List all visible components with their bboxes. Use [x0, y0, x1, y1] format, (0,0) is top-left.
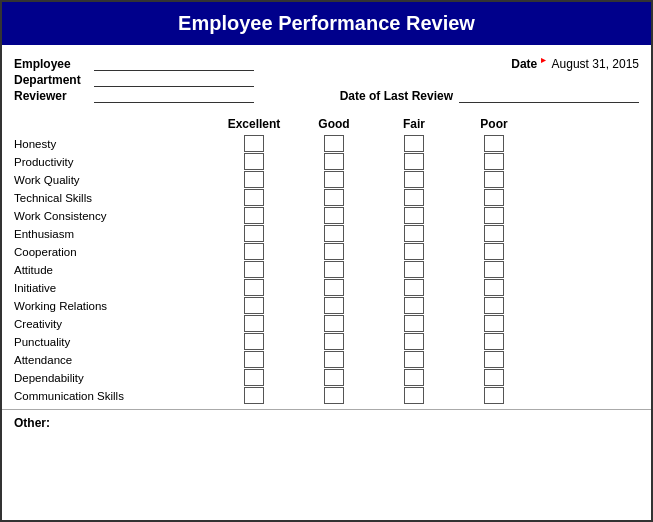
- rating-checkbox[interactable]: [244, 225, 264, 242]
- date-anchor: ▸: [541, 55, 546, 65]
- reviewer-input[interactable]: [94, 89, 254, 103]
- reviewer-label: Reviewer: [14, 89, 94, 103]
- criteria-item: Attendance: [14, 351, 214, 369]
- rating-checkbox[interactable]: [484, 333, 504, 350]
- rating-checkbox[interactable]: [484, 297, 504, 314]
- rating-checkbox[interactable]: [244, 351, 264, 368]
- rating-checkbox[interactable]: [404, 369, 424, 386]
- rating-checkbox[interactable]: [484, 207, 504, 224]
- department-label: Department: [14, 73, 94, 87]
- criteria-item: Dependability: [14, 369, 214, 387]
- rating-checkbox[interactable]: [484, 315, 504, 332]
- rating-checkbox[interactable]: [404, 315, 424, 332]
- employee-input[interactable]: [94, 57, 254, 71]
- rating-checkbox[interactable]: [244, 297, 264, 314]
- ratings-header: Excellent Good Fair Poor: [14, 117, 639, 131]
- rating-checkbox[interactable]: [324, 207, 344, 224]
- rating-checkbox[interactable]: [484, 387, 504, 404]
- col-poor: Poor: [454, 117, 534, 131]
- rating-checkbox[interactable]: [244, 153, 264, 170]
- rating-checkbox[interactable]: [324, 135, 344, 152]
- page-title: Employee Performance Review: [178, 12, 475, 34]
- rating-checkbox[interactable]: [404, 225, 424, 242]
- last-review-input[interactable]: [459, 89, 639, 103]
- rating-checkbox[interactable]: [404, 189, 424, 206]
- criteria-item: Working Relations: [14, 297, 214, 315]
- rating-checkbox[interactable]: [244, 189, 264, 206]
- form-section: Employee Date ▸ August 31, 2015 Departme…: [2, 45, 651, 109]
- rating-checkbox[interactable]: [324, 189, 344, 206]
- rating-checkbox[interactable]: [324, 153, 344, 170]
- rating-checkbox[interactable]: [484, 351, 504, 368]
- rating-checkbox[interactable]: [484, 279, 504, 296]
- criteria-item: Work Consistency: [14, 207, 214, 225]
- rating-checkbox[interactable]: [324, 351, 344, 368]
- rating-checkbox[interactable]: [404, 243, 424, 260]
- rating-checkbox[interactable]: [404, 135, 424, 152]
- rating-checkbox[interactable]: [404, 333, 424, 350]
- rating-checkbox[interactable]: [484, 189, 504, 206]
- rating-checkbox[interactable]: [404, 297, 424, 314]
- rating-checkbox[interactable]: [484, 369, 504, 386]
- excellent-column: [214, 135, 294, 405]
- criteria-item: Enthusiasm: [14, 225, 214, 243]
- col-excellent: Excellent: [214, 117, 294, 131]
- rating-checkbox[interactable]: [404, 261, 424, 278]
- rating-checkbox[interactable]: [324, 171, 344, 188]
- criteria-item: Technical Skills: [14, 189, 214, 207]
- rating-checkbox[interactable]: [484, 153, 504, 170]
- criteria-item: Productivity: [14, 153, 214, 171]
- rating-checkbox[interactable]: [324, 225, 344, 242]
- rating-checkbox[interactable]: [244, 387, 264, 404]
- criteria-column: HonestyProductivityWork QualityTechnical…: [14, 135, 214, 405]
- page-header: Employee Performance Review: [2, 2, 651, 45]
- date-section: Date ▸ August 31, 2015: [511, 55, 639, 71]
- rating-checkbox[interactable]: [244, 261, 264, 278]
- rating-checkbox[interactable]: [324, 387, 344, 404]
- rating-checkbox[interactable]: [484, 225, 504, 242]
- rating-checkbox[interactable]: [404, 153, 424, 170]
- rating-checkbox[interactable]: [244, 333, 264, 350]
- rating-checkbox[interactable]: [244, 315, 264, 332]
- rating-checkbox[interactable]: [324, 243, 344, 260]
- other-label: Other:: [14, 416, 50, 430]
- rating-checkbox[interactable]: [244, 135, 264, 152]
- good-column: [294, 135, 374, 405]
- rating-checkbox[interactable]: [244, 243, 264, 260]
- rating-checkbox[interactable]: [404, 279, 424, 296]
- col-fair: Fair: [374, 117, 454, 131]
- fair-column: [374, 135, 454, 405]
- ratings-section: Excellent Good Fair Poor HonestyProducti…: [2, 117, 651, 405]
- rating-checkbox[interactable]: [324, 369, 344, 386]
- rating-checkbox[interactable]: [324, 261, 344, 278]
- rating-checkbox[interactable]: [404, 207, 424, 224]
- rating-checkbox[interactable]: [404, 351, 424, 368]
- rating-checkbox[interactable]: [244, 171, 264, 188]
- rating-checkbox[interactable]: [484, 135, 504, 152]
- reviewer-row: Reviewer Date of Last Review: [14, 89, 639, 103]
- rating-checkbox[interactable]: [484, 261, 504, 278]
- rating-checkbox[interactable]: [244, 207, 264, 224]
- rating-checkbox[interactable]: [484, 243, 504, 260]
- rating-checkbox[interactable]: [324, 297, 344, 314]
- date-label: Date ▸: [511, 55, 545, 71]
- other-section: Other:: [2, 409, 651, 434]
- rating-checkbox[interactable]: [244, 369, 264, 386]
- criteria-item: Honesty: [14, 135, 214, 153]
- employee-row: Employee Date ▸ August 31, 2015: [14, 55, 639, 71]
- col-good: Good: [294, 117, 374, 131]
- rating-checkbox[interactable]: [324, 279, 344, 296]
- department-input[interactable]: [94, 73, 254, 87]
- rating-checkbox[interactable]: [324, 315, 344, 332]
- date-value: August 31, 2015: [552, 57, 639, 71]
- rating-checkbox[interactable]: [404, 387, 424, 404]
- rating-checkbox[interactable]: [484, 171, 504, 188]
- poor-column: [454, 135, 534, 405]
- criteria-item: Attitude: [14, 261, 214, 279]
- rating-checkbox[interactable]: [244, 279, 264, 296]
- rating-checkbox[interactable]: [404, 171, 424, 188]
- criteria-item: Cooperation: [14, 243, 214, 261]
- criteria-item: Initiative: [14, 279, 214, 297]
- last-review-label: Date of Last Review: [340, 89, 453, 103]
- rating-checkbox[interactable]: [324, 333, 344, 350]
